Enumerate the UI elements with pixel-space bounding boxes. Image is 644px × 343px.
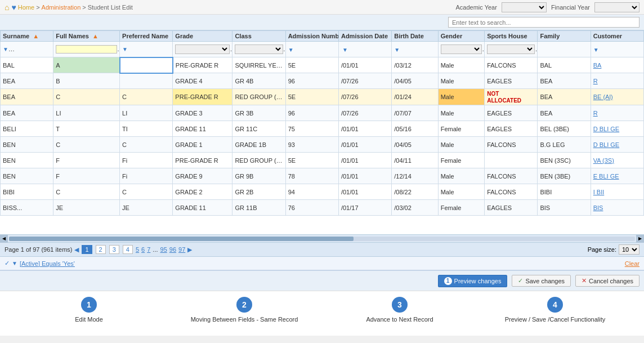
table-cell-customer[interactable]: D BLI GE bbox=[591, 121, 643, 137]
table-cell-fullname[interactable]: C bbox=[53, 137, 120, 153]
table-cell-family[interactable]: BEN (3BE) bbox=[538, 168, 591, 184]
page-prev-btn[interactable]: ◀ bbox=[74, 246, 79, 253]
table-cell-fullname[interactable]: C bbox=[53, 89, 120, 105]
table-cell-customer[interactable]: I BII bbox=[591, 184, 643, 200]
table-cell-birthdate[interactable]: /03/02 bbox=[392, 200, 438, 216]
table-cell-grade[interactable]: GRADE 11 bbox=[173, 121, 232, 137]
table-cell-sports[interactable]: FALCONS bbox=[485, 168, 538, 184]
table-cell-family[interactable]: BEL (3BE) bbox=[538, 121, 591, 137]
table-cell-class[interactable]: GR 9B bbox=[232, 168, 285, 184]
table-cell-preferred[interactable]: Fi bbox=[120, 168, 173, 184]
page-3[interactable]: 3 bbox=[109, 245, 119, 254]
preview-changes-btn[interactable]: 1 Preview changes bbox=[438, 275, 508, 287]
table-cell-fullname[interactable]: LI bbox=[53, 105, 120, 121]
table-cell-birthdate[interactable]: /05/16 bbox=[392, 121, 438, 137]
table-cell-sports[interactable]: FALCONS bbox=[485, 137, 538, 153]
table-cell-gender[interactable]: Male bbox=[438, 73, 484, 89]
table-cell-admdate[interactable]: /01/01 bbox=[338, 184, 391, 200]
table-cell-admnum[interactable]: 5E bbox=[285, 57, 338, 73]
table-cell-grade[interactable]: PRE-GRADE R bbox=[173, 153, 232, 168]
table-cell-family[interactable]: BAL bbox=[538, 57, 591, 73]
table-cell-customer[interactable]: R bbox=[591, 73, 643, 89]
table-cell-preferred[interactable]: LI bbox=[120, 105, 173, 121]
page-95[interactable]: 95 bbox=[160, 246, 167, 253]
table-cell-gender[interactable]: Female bbox=[438, 200, 484, 216]
table-cell-grade[interactable]: GRADE 11 bbox=[173, 200, 232, 216]
table-cell-class[interactable]: RED GROUP (5QR) bbox=[232, 89, 285, 105]
table-cell-preferred[interactable]: C bbox=[120, 137, 173, 153]
col-header-fullname[interactable]: Full Names ▲ bbox=[53, 31, 120, 42]
table-cell-customer[interactable]: VA (3S) bbox=[591, 153, 643, 168]
table-cell-surname[interactable]: BEA bbox=[1, 89, 53, 105]
table-cell-grade[interactable]: PRE-GRADE R bbox=[173, 57, 232, 73]
table-cell-grade[interactable]: GRADE 9 bbox=[173, 168, 232, 184]
search-input[interactable] bbox=[448, 17, 639, 28]
table-cell-admdate[interactable]: /07/26 bbox=[338, 73, 391, 89]
table-cell-customer[interactable]: BE (Al) bbox=[591, 89, 643, 105]
table-cell-family[interactable]: BEN (3SC) bbox=[538, 153, 591, 168]
page-1[interactable]: 1 bbox=[82, 245, 92, 254]
academic-year-select[interactable] bbox=[502, 2, 547, 12]
table-cell-admnum[interactable]: 78 bbox=[285, 168, 338, 184]
page-5[interactable]: 5 bbox=[136, 246, 139, 253]
table-cell-class[interactable]: GR 11C bbox=[232, 121, 285, 137]
table-cell-birthdate[interactable]: /04/05 bbox=[392, 137, 438, 153]
table-cell-class[interactable]: GR 11B bbox=[232, 200, 285, 216]
table-cell-admdate[interactable]: /01/17 bbox=[338, 200, 391, 216]
table-cell-surname[interactable]: BISS... bbox=[1, 200, 53, 216]
page-4[interactable]: 4 bbox=[123, 245, 133, 254]
table-cell-preferred[interactable]: C bbox=[120, 184, 173, 200]
filter-text[interactable]: [Active] Equals 'Yes' bbox=[20, 260, 75, 267]
col-header-customer[interactable]: Customer bbox=[591, 31, 643, 42]
table-cell-customer[interactable]: R bbox=[591, 105, 643, 121]
table-cell-preferred[interactable] bbox=[120, 73, 173, 89]
table-cell-gender[interactable]: Male bbox=[438, 57, 484, 73]
table-cell-admdate[interactable]: /01/01 bbox=[338, 168, 391, 184]
table-cell-surname[interactable]: BIBI bbox=[1, 184, 53, 200]
table-cell-gender[interactable]: Male bbox=[438, 137, 484, 153]
table-cell-class[interactable]: GRADE 1B bbox=[232, 137, 285, 153]
table-cell-sports[interactable]: NOTALLOCATED bbox=[485, 89, 538, 105]
table-cell-admnum[interactable]: 5E bbox=[285, 153, 338, 168]
table-cell-gender[interactable]: Female bbox=[438, 153, 484, 168]
table-cell-sports[interactable]: EAGLES bbox=[485, 121, 538, 137]
filter-gender[interactable] bbox=[441, 44, 482, 54]
table-cell-birthdate[interactable]: /08/22 bbox=[392, 184, 438, 200]
table-cell-birthdate[interactable]: /12/14 bbox=[392, 168, 438, 184]
filter-sports[interactable] bbox=[487, 44, 535, 54]
table-cell-grade[interactable]: GRADE 3 bbox=[173, 105, 232, 121]
table-cell-admnum[interactable]: 76 bbox=[285, 200, 338, 216]
table-cell-grade[interactable]: GRADE 4 bbox=[173, 73, 232, 89]
page-size-select[interactable]: 10 25 50 bbox=[619, 244, 639, 255]
col-header-admnum[interactable]: Admission Numb bbox=[285, 31, 338, 42]
table-cell-fullname[interactable]: F bbox=[53, 168, 120, 184]
table-cell-preferred[interactable]: Fi bbox=[120, 153, 173, 168]
table-cell-birthdate[interactable]: /04/05 bbox=[392, 73, 438, 89]
table-cell-grade[interactable]: GRADE 1 bbox=[173, 137, 232, 153]
table-cell-gender[interactable]: Male bbox=[438, 168, 484, 184]
table-cell-sports[interactable]: EAGLES bbox=[485, 105, 538, 121]
table-cell-admdate[interactable]: /01/01 bbox=[338, 137, 391, 153]
filter-fullname[interactable] bbox=[56, 45, 117, 54]
table-cell-preferred[interactable] bbox=[120, 57, 173, 73]
table-cell-birthdate[interactable]: /04/11 bbox=[392, 153, 438, 168]
table-cell-admdate[interactable]: /07/26 bbox=[338, 89, 391, 105]
page-next-btn[interactable]: ▶ bbox=[187, 246, 192, 253]
table-cell-admnum[interactable]: 96 bbox=[285, 105, 338, 121]
table-cell-fullname[interactable]: T bbox=[53, 121, 120, 137]
table-cell-customer[interactable]: BIS bbox=[591, 200, 643, 216]
filter-grade[interactable] bbox=[175, 44, 230, 54]
table-cell-surname[interactable]: BEN bbox=[1, 168, 53, 184]
table-cell-family[interactable]: BEA bbox=[538, 105, 591, 121]
table-cell-customer[interactable]: E BLI GE bbox=[591, 168, 643, 184]
page-97[interactable]: 97 bbox=[178, 246, 185, 253]
filter-class[interactable] bbox=[235, 44, 283, 54]
table-cell-birthdate[interactable]: /07/07 bbox=[392, 105, 438, 121]
table-cell-surname[interactable]: BEN bbox=[1, 153, 53, 168]
table-cell-customer[interactable]: D BLI GE bbox=[591, 137, 643, 153]
scroll-handle[interactable] bbox=[9, 237, 354, 241]
table-cell-surname[interactable]: BEN bbox=[1, 137, 53, 153]
table-cell-admdate[interactable]: /01/01 bbox=[338, 57, 391, 73]
table-cell-family[interactable]: BEA bbox=[538, 89, 591, 105]
table-cell-surname[interactable]: BEA bbox=[1, 73, 53, 89]
